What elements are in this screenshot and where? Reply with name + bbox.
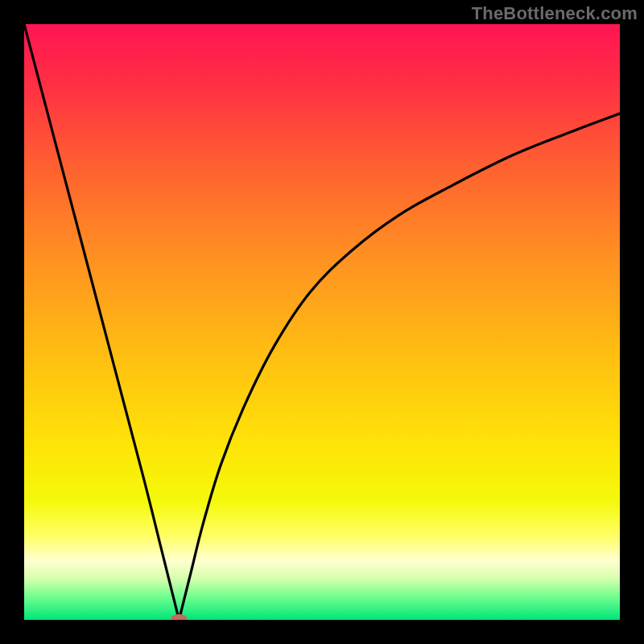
chart-plot [24,24,620,620]
chart-frame: TheBottleneck.com [0,0,644,644]
watermark-text: TheBottleneck.com [472,3,638,24]
plot-background [24,24,620,620]
